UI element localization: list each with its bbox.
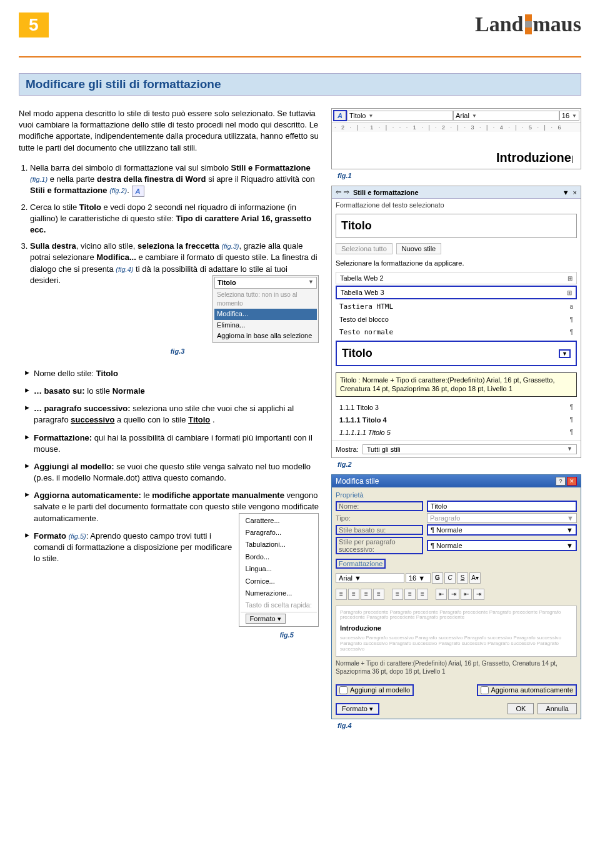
indent-icon[interactable]: ⇤ <box>461 589 472 600</box>
styles-toolbar-icon: A <box>132 186 144 197</box>
style-list-item[interactable]: Testo normale¶ <box>336 326 577 338</box>
section-heading: Modificare gli stili di formattazione <box>19 73 581 96</box>
pane-dropdown-icon[interactable]: ▼ <box>562 189 569 196</box>
italic-icon[interactable]: C <box>444 572 456 584</box>
fig4-dialog: Modifica stile ? ✕ Proprietà Nome:Titolo… <box>331 474 581 719</box>
show-label: Mostra: <box>336 446 359 453</box>
format-dropdown-button[interactable]: Formato ▾ <box>336 703 379 715</box>
show-selector[interactable]: Tutti gli stili▼ <box>362 444 577 454</box>
font-color-icon[interactable]: A▾ <box>469 572 481 584</box>
document-heading: Introduzione <box>496 151 571 164</box>
intro-paragraph: Nel modo appena descritto lo stile di te… <box>19 108 319 154</box>
dlg-font-field[interactable]: Arial ▼ <box>336 573 404 583</box>
fig3-menu: Titolo▼ Seleziona tutto: non in uso al m… <box>212 275 319 344</box>
style-selector[interactable]: Titolo▼ <box>347 111 453 121</box>
name-label: Nome: <box>336 501 423 511</box>
basedon-label: Stile basato su: <box>336 525 423 535</box>
bullet-addtemplate: Aggiungi al modello: se vuoi che questo … <box>24 461 319 484</box>
pane-title: Stili e formattazione <box>353 189 562 196</box>
linespace-icon[interactable]: ≡ <box>392 589 403 600</box>
step-2: Cerca lo stile Titolo e vedi dopo 2 seco… <box>30 202 319 236</box>
bullet-nextpara: … paragrafo successivo: seleziona uno st… <box>24 403 319 426</box>
style-list-item[interactable]: 1.1.1.1.1 Titolo 5¶ <box>336 427 577 438</box>
bullet-formatting: Formattazione: qui hai la possibilità di… <box>24 432 319 455</box>
type-field: Paragrafo▼ <box>427 513 577 523</box>
style-description: Normale + Tipo di carattere:(Predefinito… <box>336 659 577 676</box>
fig4-label: fig.4 <box>338 722 581 729</box>
style-list-item[interactable]: Tabella Web 2⊞ <box>336 272 577 284</box>
linespace-icon[interactable]: ≡ <box>404 589 416 600</box>
step-3: Sulla destra, vicino allo stile, selezio… <box>30 241 319 357</box>
style-preview: Paragrafo precedente Paragrafo precedent… <box>336 606 577 657</box>
bullet-formato: Formato (fig.5): Aprendo questo campo tr… <box>24 531 319 641</box>
indent-inc-icon[interactable]: ⇥ <box>448 589 459 600</box>
style-list-item[interactable]: Tabella Web 3⊞ <box>336 286 577 299</box>
pane-close-icon[interactable]: × <box>573 189 577 196</box>
cancel-button[interactable]: Annulla <box>538 703 577 714</box>
size-selector[interactable]: 16▼ <box>559 111 579 121</box>
style-list-item[interactable]: Tastiera HTMLa <box>336 301 577 312</box>
add-to-template-checkbox[interactable]: Aggiungi al modello <box>336 684 414 696</box>
style-dropdown-arrow[interactable]: ▼ <box>559 349 571 358</box>
page-number: 5 <box>19 12 49 37</box>
underline-icon[interactable]: S <box>457 572 468 584</box>
style-list-item[interactable]: 1.1.1 Titolo 3¶ <box>336 402 577 413</box>
style-tooltip: Titolo : Normale + Tipo di carattere:(Pr… <box>336 372 577 397</box>
auto-update-checkbox[interactable]: Aggiorna automaticamente <box>477 684 577 696</box>
align-center-icon[interactable]: ≡ <box>348 589 359 600</box>
bullet-basedon: … basato su: lo stile Normale <box>24 386 319 397</box>
style-list-item[interactable]: 1.1.1.1 Titolo 4¶ <box>336 414 577 426</box>
bullet-name: Nome dello stile: Titolo <box>24 368 319 379</box>
bold-icon[interactable]: G <box>432 572 443 584</box>
fig1-label: fig.1 <box>338 172 581 179</box>
linespace-icon[interactable]: ≡ <box>417 589 428 600</box>
align-right-icon[interactable]: ≡ <box>361 589 372 600</box>
fig1-screenshot: A Titolo▼ Arial▼ 16▼ · 2 · | · 1 · | · ·… <box>331 108 581 169</box>
format-menu-item[interactable]: Carattere... <box>241 515 317 527</box>
fig2-screenshot: ⇦⇨ Stili e formattazione ▼ × Formattazio… <box>331 186 581 458</box>
apply-prompt: Selezionare la formattazione da applicar… <box>332 257 581 269</box>
style-titolo-item[interactable]: Titolo <box>342 347 372 360</box>
styles-button-icon[interactable]: A <box>333 110 347 121</box>
font-selector[interactable]: Arial▼ <box>453 111 559 121</box>
fig2-label: fig.2 <box>338 461 581 468</box>
formatting-group-label: Formattazione <box>336 559 386 569</box>
close-button-icon[interactable]: ✕ <box>567 477 577 486</box>
nextpara-field[interactable]: ¶ Normale▼ <box>427 540 577 551</box>
pane-subtitle: Formattazione del testo selezionato <box>332 199 581 211</box>
align-justify-icon[interactable]: ≡ <box>373 589 384 600</box>
align-left-icon[interactable]: ≡ <box>336 589 347 600</box>
fig5-label: fig.5 <box>40 631 294 640</box>
dialog-title: Modifica stile <box>336 477 379 486</box>
steps-list: Nella barra dei simbolo di formattazione… <box>19 162 319 357</box>
indent-dec-icon[interactable]: ⇤ <box>436 589 447 600</box>
brand-logo: Landmaus <box>475 12 581 36</box>
style-list-item[interactable]: Testo del blocco¶ <box>336 314 577 325</box>
properties-group-label: Proprietà <box>336 491 577 499</box>
type-label: Tipo: <box>336 514 423 522</box>
bullet-list: Nome dello stile: Titolo … basato su: lo… <box>19 368 319 641</box>
fig3-label: fig.3 <box>36 347 319 356</box>
ok-button[interactable]: OK <box>508 703 534 714</box>
dlg-size-field[interactable]: 16 ▼ <box>406 573 431 583</box>
help-button-icon[interactable]: ? <box>556 477 566 486</box>
step-1: Nella barra dei simbolo di formattazione… <box>30 162 319 197</box>
nextpara-label: Stile per paragrafo successivo: <box>336 537 423 554</box>
name-field[interactable]: Titolo <box>427 501 577 512</box>
fig3-modify-item[interactable]: Modifica... <box>214 309 317 319</box>
indent-icon[interactable]: ⇥ <box>473 589 484 600</box>
bullet-autoupdate: Aggiorna automaticamente: le modifiche a… <box>24 490 319 524</box>
select-all-button[interactable]: Seleziona tutto <box>336 243 392 254</box>
basedon-field[interactable]: ¶ Normale▼ <box>427 524 577 536</box>
divider <box>19 56 581 57</box>
current-style-display: Titolo <box>336 214 577 238</box>
new-style-button[interactable]: Nuovo stile <box>396 243 441 254</box>
ruler: · 2 · | · 1 · | · · · 1 · | · 2 · | · 3 … <box>332 123 581 132</box>
